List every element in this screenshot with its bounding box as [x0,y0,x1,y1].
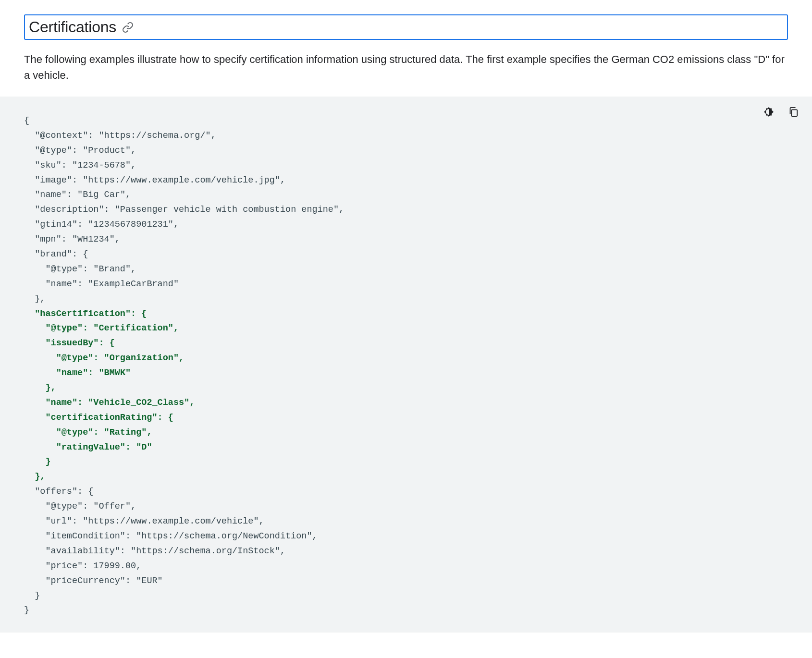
svg-rect-0 [791,110,797,116]
code-block: { "@context": "https://schema.org/", "@t… [0,97,812,633]
copy-button[interactable] [786,105,800,121]
section-description: The following examples illustrate how to… [24,51,788,83]
brightness-icon [763,106,775,119]
section-heading: Certifications [29,18,116,36]
link-icon[interactable] [122,22,134,33]
section-heading-wrapper: Certifications [24,14,788,40]
code-toolbar [761,104,800,121]
theme-toggle-button[interactable] [761,104,776,121]
copy-icon [788,107,799,119]
code-content: { "@context": "https://schema.org/", "@t… [0,97,812,633]
